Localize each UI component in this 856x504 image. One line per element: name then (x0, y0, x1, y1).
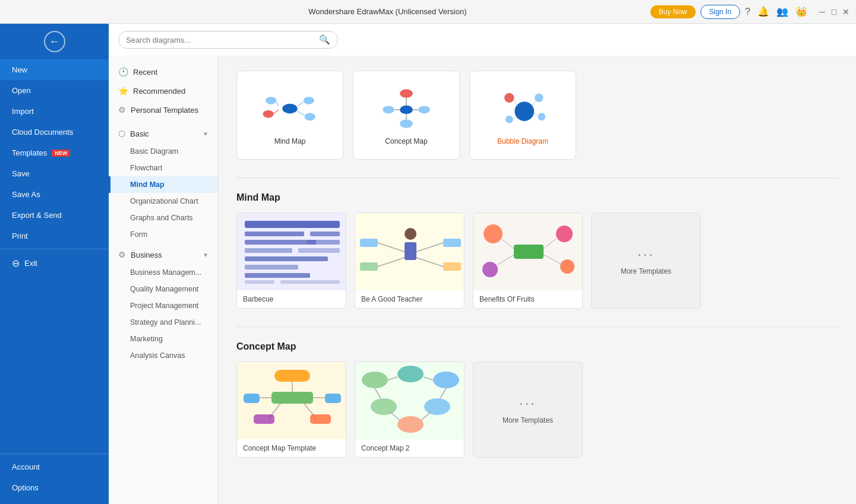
nav-form[interactable]: Form (109, 226, 218, 243)
search-icon: 🔍 (319, 34, 330, 45)
svg-line-56 (498, 255, 514, 265)
buy-now-button[interactable]: Buy Now (650, 5, 696, 18)
featured-row: Mind Map (236, 71, 838, 160)
nav-strategy[interactable]: Strategy and Planni... (109, 314, 218, 331)
svg-rect-38 (298, 248, 340, 253)
nav-quality-mgmt[interactable]: Quality Management (109, 281, 218, 297)
svg-line-77 (375, 388, 381, 398)
sidebar-item-print[interactable]: Print (0, 226, 109, 246)
svg-point-9 (400, 89, 413, 98)
nav-graphs[interactable]: Graphs and Charts (109, 210, 218, 226)
teacher-thumb (355, 213, 465, 290)
personal-icon: ⚙ (118, 105, 126, 115)
sidebar-item-open[interactable]: Open (0, 80, 109, 101)
bell-icon[interactable]: 🔔 (757, 6, 769, 17)
bubble-diagram-preview (493, 85, 552, 132)
sidebar-item-account[interactable]: Account (0, 457, 109, 477)
svg-line-54 (503, 240, 514, 249)
nav-personal[interactable]: ⚙ Personal Templates (109, 100, 218, 119)
sidebar-item-saveas[interactable]: Save As (0, 184, 109, 205)
people-icon[interactable]: 👥 (776, 6, 788, 17)
close-button[interactable]: ✕ (842, 8, 850, 16)
nav-mind-map[interactable]: Mind Map (109, 176, 218, 193)
sidebar-item-cloud[interactable]: Cloud Documents (0, 122, 109, 142)
nav-business-header[interactable]: ⚙ Business ▼ (109, 245, 218, 264)
sign-in-button[interactable]: Sign In (700, 5, 740, 19)
template-concept2[interactable]: Concept Map 2 (355, 362, 465, 458)
back-button-area[interactable]: ← (0, 24, 109, 59)
back-circle-icon[interactable]: ← (44, 31, 65, 52)
section-divider-1 (236, 177, 838, 178)
bubble-svg (493, 85, 552, 132)
sidebar-item-new[interactable]: New (0, 59, 109, 80)
mind-map-label: Mind Map (274, 137, 306, 145)
sidebar-item-export[interactable]: Export & Send (0, 205, 109, 226)
sidebar-item-exit[interactable]: ⊖ Exit (0, 252, 109, 275)
exit-label: Exit (24, 259, 37, 268)
svg-rect-33 (245, 273, 310, 278)
sidebar-item-save[interactable]: Save (0, 163, 109, 184)
barbecue-thumb (237, 213, 346, 290)
featured-concept-map[interactable]: Concept Map (353, 71, 460, 160)
new-label: New (12, 65, 27, 74)
template-barbecue[interactable]: Barbecue (236, 213, 346, 309)
nav-org-chart[interactable]: Organizational Chart (109, 193, 218, 210)
featured-mind-map[interactable]: Mind Map (236, 71, 343, 160)
more-templates-concept-map[interactable]: ··· More Templates (473, 362, 583, 458)
svg-rect-35 (245, 280, 274, 284)
maximize-button[interactable]: □ (830, 8, 838, 16)
exit-icon: ⊖ (12, 258, 20, 269)
nav-recent[interactable]: 🕐 Recent (109, 62, 218, 81)
sidebar-item-import[interactable]: Import (0, 101, 109, 122)
search-input[interactable] (126, 36, 319, 45)
save-label: Save (12, 169, 30, 178)
concept2-thumb (355, 362, 465, 439)
titlebar-icons: ? 🔔 👥 👑 (745, 6, 807, 17)
svg-line-8 (298, 112, 305, 115)
svg-point-23 (538, 113, 545, 121)
print-label: Print (12, 232, 28, 240)
nav-flowchart[interactable]: Flowchart (109, 160, 218, 176)
nav-analysis[interactable]: Analysis Canvas (109, 347, 218, 364)
nav-recommended[interactable]: ⭐ Recommended (109, 81, 218, 100)
svg-point-16 (400, 119, 413, 128)
svg-point-74 (371, 398, 397, 415)
search-input-wrap[interactable]: 🔍 (118, 31, 338, 49)
svg-rect-62 (244, 394, 260, 403)
svg-rect-31 (245, 256, 328, 261)
sidebar-item-templates[interactable]: Templates NEW (0, 142, 109, 163)
concept-map-grid: Concept Map Template (236, 362, 838, 458)
barbecue-label: Barbecue (237, 290, 346, 308)
recent-label: Recent (133, 68, 157, 77)
more-label-1: More Templates (621, 267, 671, 275)
help-icon[interactable]: ? (745, 7, 750, 17)
template-good-teacher[interactable]: Be A Good Teacher (355, 213, 465, 309)
svg-rect-29 (245, 240, 316, 245)
svg-rect-48 (443, 262, 461, 271)
nav-basic-header[interactable]: ⬡ Basic ▼ (109, 124, 218, 143)
mind-map-svg (260, 85, 320, 132)
svg-line-6 (298, 102, 304, 106)
nav-business-mgmt[interactable]: Business Managem... (109, 264, 218, 281)
svg-rect-32 (245, 265, 298, 270)
featured-bubble-diagram[interactable]: Bubble Diagram (469, 71, 576, 160)
template-fruits[interactable]: Benefits Of Fruits (473, 213, 583, 309)
nav-project-mgmt[interactable]: Project Management (109, 297, 218, 314)
concept1-label: Concept Map Template (237, 439, 346, 457)
more-dots-2: ··· (519, 395, 536, 411)
svg-point-76 (397, 416, 424, 433)
minimize-button[interactable]: ─ (818, 8, 826, 16)
sidebar-item-options[interactable]: Options (0, 477, 109, 498)
more-templates-mind-map[interactable]: ··· More Templates (591, 213, 701, 309)
business-icon: ⚙ (118, 250, 126, 259)
more-dots-1: ··· (637, 246, 655, 262)
app-body: ← New Open Import Cloud Documents Templa… (0, 24, 856, 504)
crown-icon[interactable]: 👑 (795, 6, 807, 17)
content-panel: Mind Map (219, 56, 856, 504)
open-label: Open (12, 86, 31, 95)
nav-marketing[interactable]: Marketing (109, 331, 218, 347)
titlebar: Wondershare EdrawMax (Unlicensed Version… (0, 0, 856, 24)
template-concept1[interactable]: Concept Map Template (236, 362, 346, 458)
nav-basic-diagram[interactable]: Basic Diagram (109, 143, 218, 160)
titlebar-title: Wondershare EdrawMax (Unlicensed Version… (125, 7, 650, 16)
